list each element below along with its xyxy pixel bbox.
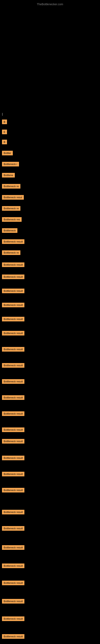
bottleneck-item: B: [2, 140, 7, 144]
bottleneck-item: Bottleneck result: [2, 599, 24, 604]
bottleneck-item: Bottleneck result: [2, 616, 24, 621]
bottleneck-item: Bottleneck result: [2, 379, 24, 384]
bottleneck-item: Bottleneck result: [2, 317, 24, 322]
bottleneck-item: Bottlene: [2, 173, 15, 178]
bottleneck-item: Bottleneck result: [2, 545, 24, 550]
bottleneck-item: Bottleneck result: [2, 262, 24, 267]
bottleneck-item: Bottleneck result: [2, 347, 24, 352]
bottleneck-item: Bottleneck result: [2, 239, 24, 244]
bottleneck-item: Bottleneck result: [2, 564, 24, 568]
bottleneck-item: Bottleneck result: [2, 288, 24, 293]
bottleneck-item: Bottleneck result: [2, 331, 24, 336]
bottleneck-item: Bottleneck result: [2, 456, 24, 460]
bottleneck-item: Bottleneck re: [2, 250, 20, 255]
bottleneck-item: Bottleneck: [2, 228, 17, 233]
bottleneck-item: Bottleneck result: [2, 303, 24, 307]
bottleneck-item: Bottleneck result: [2, 526, 24, 531]
bottleneck-item: Bottleneck result: [2, 580, 24, 585]
bottleneck-item: Bottleneck re: [2, 184, 20, 188]
bottleneck-item: Bottleneck res: [2, 217, 22, 222]
bottleneck-item: Bottleneck result: [2, 274, 24, 279]
bottleneck-item: Bottler: [2, 151, 13, 155]
bottleneck-item: Bottleneck result: [2, 488, 24, 492]
bottleneck-item: E: [2, 130, 7, 134]
section-marker: |: [1, 112, 4, 116]
bottleneck-item: Bottleneck result: [2, 510, 24, 514]
bottleneck-item: B: [2, 120, 7, 124]
bottleneck-item: Bottleneck result: [2, 363, 24, 368]
bottleneck-item: Bottleneck result: [2, 395, 24, 400]
site-title: TheBottlenecker.com: [0, 1, 100, 8]
bottleneck-item: Bottleneck result: [2, 472, 24, 476]
bottleneck-item: Bottleneck result: [2, 411, 24, 416]
bottleneck-item: Bottleneck result: [2, 428, 24, 432]
bottleneck-item: Bottleneck re: [2, 206, 20, 211]
bottleneck-item: Bottleneck result: [2, 439, 24, 444]
bottleneck-item: Bottleneck r: [2, 162, 19, 166]
bottleneck-item: Bottleneck resul: [2, 195, 24, 200]
bottleneck-item: Bottleneck result: [2, 634, 24, 639]
